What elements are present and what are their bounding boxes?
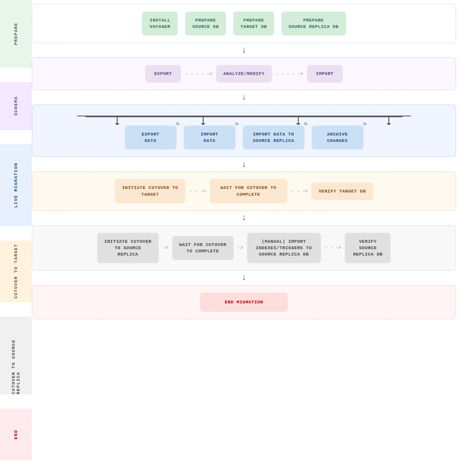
import-data-source-replica-loop-icon: ↻ [304, 120, 307, 127]
import-data-wrapper: ↻ IMPORTDATA [184, 126, 236, 149]
export-data-loop-icon: ↻ [176, 120, 179, 127]
svg-marker-7 [296, 123, 301, 125]
initiate-cutover-target-box: INITIATE CUTOVER TOTARGET [115, 179, 185, 203]
initiate-cutover-source-replica-box: INITIATE CUTOVERTO SOURCEREPLICA [97, 233, 159, 263]
schema-section: EXPORT - - - - -> ANALYZE/MODIFY - - - -… [32, 57, 456, 90]
label-end: END [0, 409, 32, 460]
svg-marker-8 [387, 123, 391, 125]
schema-analyze-box: ANALYZE/MODIFY [216, 65, 272, 83]
install-voyager-box: INSTALLVOYAGER [142, 12, 178, 35]
prepare-boxes: INSTALLVOYAGER PREPARESOURCE DB PREPARET… [40, 12, 448, 35]
export-data-wrapper: ↻ EXPORTDATA [125, 126, 177, 149]
archive-changes-loop-icon: ↻ [363, 120, 366, 127]
wait-cutover-complete-box: WAIT FOR CUTOVER TOCOMPLETE [210, 179, 287, 203]
live-branch-connector [40, 112, 448, 125]
arrow-cutover-target-to-cutover-replica: ↓ [32, 211, 456, 225]
archive-changes-wrapper: ↻ ARCHIVECHANGES [312, 126, 364, 149]
arrow-schema-to-live: ↓ [32, 90, 456, 104]
live-flow: ↻ EXPORTDATA ↻ IMPORTDATA ↻ IMPORT DATA … [125, 126, 364, 149]
diagram: PREPARE SCHEMA LIVE MIGRATION CUTOVER TO… [0, 0, 460, 460]
prepare-target-db-box: PREPARETARGET DB [233, 12, 274, 35]
prepare-section: INSTALLVOYAGER PREPARESOURCE DB PREPARET… [32, 4, 456, 43]
cutover-target-arrow-2: - - -> [287, 188, 312, 194]
label-cutover-replica: CUTOVER TO SOURCE REPLICA [0, 317, 32, 394]
verify-target-db-box: VERIFY TARGET DB [311, 183, 373, 200]
label-cutover-target: CUTOVER TO TARGET [0, 240, 32, 302]
import-data-source-replica-wrapper: ↻ IMPORT DATA TOSOURCE REPLICA [243, 126, 305, 149]
schema-import-box: IMPORT [307, 65, 343, 83]
schema-export-box: EXPORT [145, 65, 181, 83]
end-migration-box: END MIGRATION [200, 293, 288, 312]
arrow-cutover-replica-to-end: ↓ [32, 271, 456, 285]
live-section: ↻ EXPORTDATA ↻ IMPORTDATA ↻ IMPORT DATA … [32, 104, 456, 157]
cutover-replica-arrow-3: - - -> [321, 245, 345, 251]
wait-cutover-complete-replica-box: WAIT FOR CUTOVERTO COMPLETE [172, 236, 234, 260]
manual-import-indexes-box: (MANUAL) IMPORTINDEXES/TRIGGERS TOSOURCE… [247, 233, 321, 263]
end-section: END MIGRATION [32, 285, 456, 319]
archive-changes-box: ARCHIVECHANGES [312, 126, 364, 149]
cutover-replica-arrow-2: -> [234, 245, 247, 251]
label-prepare: PREPARE [0, 0, 32, 68]
label-live-migration: LIVE MIGRATION [0, 144, 32, 226]
verify-source-replica-db-box: VERIFYSOURCEREPLICA DB [345, 233, 391, 263]
prepare-source-replica-db-box: PREPARESOURCE REPLICA DB [281, 12, 346, 35]
schema-flow: EXPORT - - - - -> ANALYZE/MODIFY - - - -… [40, 65, 448, 83]
import-data-loop-icon: ↻ [235, 120, 238, 127]
cutover-target-section: INITIATE CUTOVER TOTARGET - - -> WAIT FO… [32, 171, 456, 210]
prepare-source-db-box: PREPARESOURCE DB [185, 12, 226, 35]
label-schema: SCHEMA [0, 82, 32, 130]
cutover-target-arrow-1: - - -> [185, 188, 210, 194]
import-data-box: IMPORTDATA [184, 126, 236, 149]
cutover-target-flow: INITIATE CUTOVER TOTARGET - - -> WAIT FO… [40, 179, 448, 203]
schema-arrow-2: - - - - -> [272, 71, 307, 77]
svg-marker-5 [115, 123, 119, 125]
export-data-box: EXPORTDATA [125, 126, 177, 149]
labels-column: PREPARE SCHEMA LIVE MIGRATION CUTOVER TO… [0, 0, 32, 460]
end-flow: END MIGRATION [40, 293, 448, 312]
main-content: INSTALLVOYAGER PREPARESOURCE DB PREPARET… [32, 0, 460, 460]
svg-marker-6 [201, 123, 205, 125]
import-data-source-replica-box: IMPORT DATA TOSOURCE REPLICA [243, 126, 305, 149]
schema-arrow-1: - - - - -> [181, 71, 216, 77]
arrow-live-to-cutover-target: ↓ [32, 157, 456, 171]
arrow-prepare-to-schema: ↓ [32, 43, 456, 57]
cutover-replica-section: INITIATE CUTOVERTO SOURCEREPLICA -> WAIT… [32, 225, 456, 271]
cutover-replica-flow: INITIATE CUTOVERTO SOURCEREPLICA -> WAIT… [40, 233, 448, 263]
cutover-replica-arrow-1: -> [159, 245, 172, 251]
